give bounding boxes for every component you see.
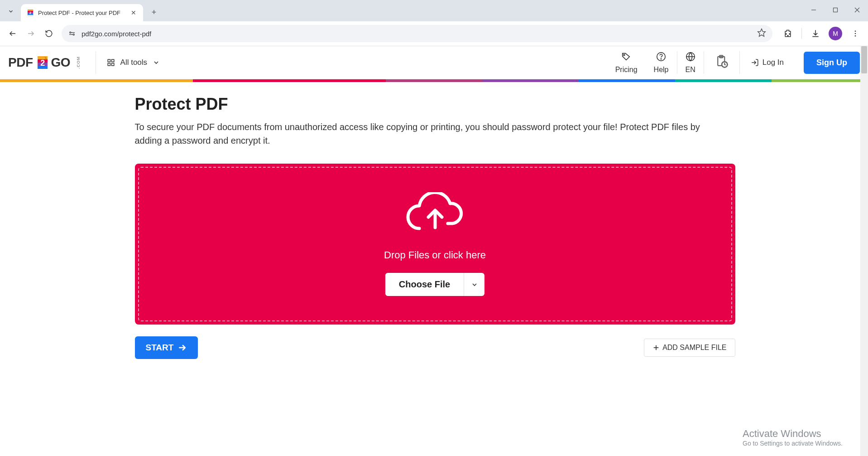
svg-marker-16 bbox=[758, 29, 766, 37]
back-button[interactable] bbox=[5, 25, 21, 42]
dropzone-text: Drop Files or click here bbox=[384, 249, 486, 261]
svg-point-12 bbox=[70, 32, 71, 33]
cloud-upload-icon bbox=[401, 192, 469, 239]
scrollbar-thumb[interactable] bbox=[861, 46, 867, 73]
browser-right-icons: M bbox=[780, 25, 863, 42]
signup-label: Sign Up bbox=[816, 58, 847, 67]
window-maximize-icon[interactable] bbox=[825, 2, 846, 18]
logo-icon: 2 bbox=[34, 54, 50, 71]
login-button[interactable]: Log In bbox=[740, 58, 795, 67]
browser-menu-icon[interactable] bbox=[847, 25, 863, 42]
login-icon bbox=[751, 58, 759, 67]
svg-text:2: 2 bbox=[29, 11, 32, 15]
chevron-down-icon bbox=[153, 59, 160, 66]
help-label: Help bbox=[654, 66, 669, 74]
url-text: pdf2go.com/protect-pdf bbox=[82, 30, 752, 38]
pricing-label: Pricing bbox=[615, 66, 638, 74]
language-selector[interactable]: EN bbox=[677, 52, 704, 74]
svg-point-33 bbox=[661, 58, 661, 59]
add-sample-file-button[interactable]: ADD SAMPLE FILE bbox=[644, 339, 735, 357]
svg-rect-7 bbox=[834, 8, 838, 12]
choose-file-label: Choose File bbox=[399, 279, 450, 289]
choose-file-button[interactable]: Choose File bbox=[385, 273, 464, 296]
header-right: Pricing Help EN Log In Sign Up bbox=[607, 51, 860, 74]
svg-rect-28 bbox=[111, 59, 114, 62]
browser-tab[interactable]: 2 Protect PDF - Protect your PDF ✕ bbox=[21, 4, 143, 21]
browser-toolbar: pdf2go.com/protect-pdf M bbox=[0, 21, 868, 46]
window-close-icon[interactable] bbox=[846, 2, 868, 18]
bottom-action-row: START ADD SAMPLE FILE bbox=[135, 336, 735, 359]
logo-text-pdf: PDF bbox=[8, 55, 33, 70]
dropzone-container: Drop Files or click here Choose File bbox=[135, 164, 735, 325]
svg-point-31 bbox=[623, 54, 625, 55]
downloads-icon[interactable] bbox=[807, 25, 824, 42]
reload-button[interactable] bbox=[41, 25, 57, 42]
bookmark-star-icon[interactable] bbox=[757, 28, 766, 39]
svg-rect-30 bbox=[111, 63, 114, 66]
forward-button[interactable] bbox=[23, 25, 39, 42]
choose-file-dropdown[interactable] bbox=[464, 273, 484, 296]
svg-text:2: 2 bbox=[40, 58, 45, 68]
extensions-icon[interactable] bbox=[780, 25, 796, 42]
all-tools-label: All tools bbox=[120, 58, 148, 67]
svg-rect-29 bbox=[108, 63, 110, 66]
avatar-initial: M bbox=[829, 27, 842, 40]
clipboard-clock-icon bbox=[715, 55, 729, 71]
login-label: Log In bbox=[762, 58, 784, 67]
all-tools-dropdown[interactable]: All tools bbox=[107, 58, 160, 67]
add-sample-label: ADD SAMPLE FILE bbox=[662, 344, 726, 352]
site-logo[interactable]: PDF 2 GO .COM bbox=[8, 54, 85, 71]
language-label: EN bbox=[686, 66, 695, 74]
site-info-icon[interactable] bbox=[68, 29, 76, 38]
browser-tab-strip: 2 Protect PDF - Protect your PDF ✕ + bbox=[0, 0, 868, 21]
logo-text-com: .COM bbox=[76, 56, 81, 69]
svg-rect-27 bbox=[108, 59, 110, 62]
new-tab-button[interactable]: + bbox=[147, 5, 161, 19]
plus-icon bbox=[652, 344, 660, 351]
tag-icon bbox=[621, 52, 631, 64]
svg-point-14 bbox=[73, 34, 74, 35]
help-icon bbox=[656, 52, 666, 64]
profile-avatar[interactable]: M bbox=[827, 25, 844, 42]
address-bar[interactable]: pdf2go.com/protect-pdf bbox=[62, 25, 772, 42]
window-minimize-icon[interactable] bbox=[803, 2, 825, 18]
tab-search-dropdown[interactable] bbox=[4, 4, 18, 19]
window-controls bbox=[803, 0, 868, 18]
choose-file-group: Choose File bbox=[385, 273, 484, 296]
globe-icon bbox=[686, 52, 695, 64]
vertical-scrollbar[interactable] bbox=[860, 46, 868, 456]
start-label: START bbox=[146, 343, 174, 353]
logo-text-go: GO bbox=[51, 55, 71, 70]
file-dropzone[interactable]: Drop Files or click here Choose File bbox=[138, 167, 732, 321]
tab-close-icon[interactable]: ✕ bbox=[129, 9, 138, 17]
start-button[interactable]: START bbox=[135, 336, 198, 359]
signup-button[interactable]: Sign Up bbox=[804, 52, 860, 74]
svg-point-19 bbox=[855, 30, 856, 32]
svg-point-20 bbox=[855, 33, 856, 34]
header-divider bbox=[96, 51, 96, 74]
main-content: Protect PDF To secure your PDF documents… bbox=[133, 82, 735, 359]
svg-point-21 bbox=[855, 35, 856, 37]
chevron-down-icon bbox=[471, 281, 478, 288]
tab-favicon-icon: 2 bbox=[26, 9, 34, 17]
tab-title: Protect PDF - Protect your PDF bbox=[38, 10, 126, 16]
windows-activation-watermark: Activate Windows Go to Settings to activ… bbox=[743, 428, 843, 447]
watermark-title: Activate Windows bbox=[743, 428, 843, 440]
page-title: Protect PDF bbox=[135, 95, 735, 114]
site-header: PDF 2 GO .COM All tools Pricing Help EN bbox=[0, 46, 868, 79]
pricing-link[interactable]: Pricing bbox=[607, 52, 646, 74]
help-link[interactable]: Help bbox=[646, 52, 677, 74]
divider bbox=[801, 28, 802, 39]
page-description: To secure your PDF documents from unauth… bbox=[135, 120, 724, 147]
history-link[interactable] bbox=[704, 55, 739, 71]
arrow-right-icon bbox=[178, 343, 187, 352]
watermark-subtitle: Go to Settings to activate Windows. bbox=[743, 440, 843, 447]
rainbow-divider bbox=[0, 79, 868, 82]
